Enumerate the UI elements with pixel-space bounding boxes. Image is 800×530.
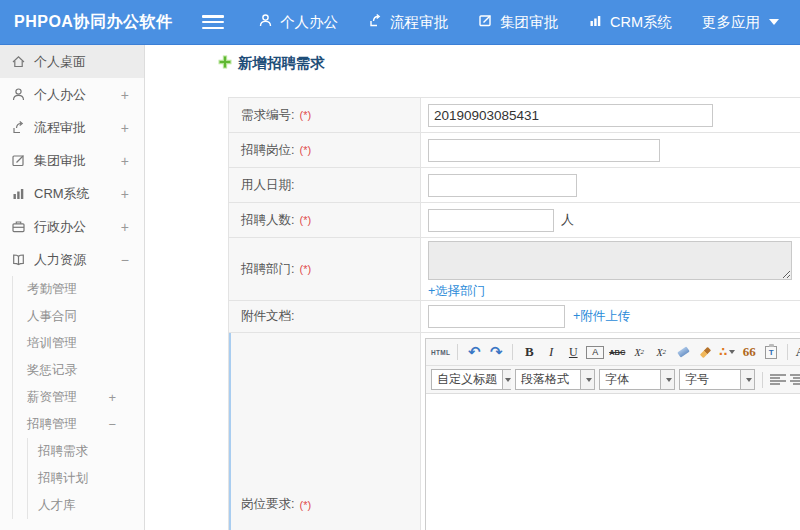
sidebar-item-training-mgmt[interactable]: 培训管理 bbox=[13, 330, 144, 357]
eraser-icon[interactable] bbox=[674, 342, 692, 362]
nav-group-approval[interactable]: 集团审批 bbox=[478, 13, 558, 32]
collapse-minus-icon[interactable]: − bbox=[121, 252, 129, 268]
font-family-dropdown[interactable]: 字体 bbox=[599, 369, 675, 390]
sidebar-item-hr-contract[interactable]: 人事合同 bbox=[13, 303, 144, 330]
open-book-icon bbox=[11, 252, 26, 267]
form-row-request-number: 需求编号: (*) bbox=[229, 98, 800, 133]
undo-icon[interactable]: ↶ bbox=[465, 342, 483, 362]
sidebar-item-recruit-plan[interactable]: 招聘计划 bbox=[28, 465, 144, 492]
strikethrough-button[interactable]: ABC bbox=[608, 342, 626, 362]
custom-title-dropdown[interactable]: 自定义标题 bbox=[431, 369, 511, 390]
sidebar-label: 人力资源 bbox=[34, 251, 86, 269]
sidebar: 个人桌面 个人办公 + 流程审批 + 集团审批 + CRM系统 + bbox=[0, 45, 145, 530]
department-textarea[interactable] bbox=[428, 241, 792, 280]
sidebar-label: 行政办公 bbox=[34, 218, 86, 236]
field-label: 招聘人数: (*) bbox=[229, 203, 421, 237]
sidebar-item-recruitment-mgmt[interactable]: 招聘管理 − bbox=[13, 411, 144, 438]
nav-label: 个人办公 bbox=[280, 13, 338, 32]
format-brush-icon[interactable] bbox=[696, 342, 714, 362]
bold-button[interactable]: B bbox=[520, 342, 538, 362]
edit-icon bbox=[478, 13, 493, 31]
font-color-button[interactable]: A bbox=[795, 342, 800, 362]
sidebar-sublabel: 薪资管理 bbox=[27, 389, 77, 406]
field-label: 招聘部门: (*) bbox=[229, 238, 421, 300]
sidebar-item-reward-punishment[interactable]: 奖惩记录 bbox=[13, 357, 144, 384]
sidebar-sublabel: 招聘管理 bbox=[27, 416, 77, 433]
chevron-down-icon bbox=[580, 370, 594, 389]
main-content: 新增招聘需求 需求编号: (*) 招聘岗位: (*) 用人日期: bbox=[146, 45, 800, 530]
paste-text-icon[interactable]: T bbox=[762, 342, 780, 362]
position-input[interactable] bbox=[428, 139, 660, 162]
sidebar-item-salary-mgmt[interactable]: 薪资管理 + bbox=[13, 384, 144, 411]
align-center-icon[interactable] bbox=[790, 374, 800, 386]
font-size-dropdown[interactable]: 字号 bbox=[679, 369, 755, 390]
italic-button[interactable]: I bbox=[542, 342, 560, 362]
chevron-down-icon bbox=[660, 370, 674, 389]
form-row-job-requirements: 岗位要求: (*) HTML ↶ ↷ B I U A ABC bbox=[229, 333, 800, 530]
sidebar-item-workflow-approval[interactable]: 流程审批 + bbox=[0, 111, 144, 144]
choose-department-link[interactable]: +选择部门 bbox=[428, 283, 485, 300]
collapse-minus-icon[interactable]: − bbox=[108, 417, 116, 432]
underline-button[interactable]: U bbox=[564, 342, 582, 362]
paragraph-format-dropdown[interactable]: 段落格式 bbox=[515, 369, 595, 390]
subscript-button[interactable]: X2 bbox=[652, 342, 670, 362]
required-marker: (*) bbox=[299, 499, 311, 511]
edit-icon bbox=[11, 153, 26, 168]
expand-plus-icon[interactable]: + bbox=[121, 219, 129, 235]
expand-plus-icon[interactable]: + bbox=[121, 186, 129, 202]
unit-suffix: 人 bbox=[561, 211, 574, 229]
sidebar-item-personal-office[interactable]: 个人办公 + bbox=[0, 78, 144, 111]
field-label: 岗位要求: (*) bbox=[229, 333, 421, 530]
attachment-input[interactable] bbox=[428, 305, 565, 328]
hire-date-input[interactable] bbox=[428, 174, 577, 197]
user-icon bbox=[258, 13, 273, 31]
plus-green-icon bbox=[218, 55, 232, 73]
expand-plus-icon[interactable]: + bbox=[121, 120, 129, 136]
sidebar-label: CRM系统 bbox=[34, 185, 90, 203]
flow-arrow-icon bbox=[11, 120, 26, 135]
sidebar-sublabel: 奖惩记录 bbox=[27, 362, 77, 379]
expand-plus-icon[interactable]: + bbox=[121, 153, 129, 169]
html-source-button[interactable]: HTML bbox=[431, 342, 450, 362]
nav-crm-system[interactable]: CRM系统 bbox=[588, 13, 672, 32]
form-row-headcount: 招聘人数: (*) 人 bbox=[229, 203, 800, 238]
request-number-input[interactable] bbox=[428, 104, 713, 127]
align-left-icon[interactable] bbox=[770, 374, 786, 386]
chevron-down-icon bbox=[740, 370, 754, 389]
superscript-button[interactable]: X2 bbox=[630, 342, 648, 362]
field-label: 用人日期: bbox=[229, 168, 421, 202]
field-label: 需求编号: (*) bbox=[229, 98, 421, 132]
nav-personal-office[interactable]: 个人办公 bbox=[258, 13, 338, 32]
sidebar-item-human-resources[interactable]: 人力资源 − bbox=[0, 243, 144, 276]
nav-workflow-approval[interactable]: 流程审批 bbox=[368, 13, 448, 32]
hamburger-menu-icon[interactable] bbox=[202, 15, 224, 29]
sidebar-item-attendance-mgmt[interactable]: 考勤管理 bbox=[13, 276, 144, 303]
sidebar-item-group-approval[interactable]: 集团审批 + bbox=[0, 144, 144, 177]
editor-content-area[interactable] bbox=[426, 393, 800, 530]
hr-submenu: 考勤管理 人事合同 培训管理 奖惩记录 薪资管理 + 招聘管理 − 招聘需求 招… bbox=[12, 276, 144, 519]
highlight-color-icon[interactable]: ∴ bbox=[718, 342, 736, 362]
blockquote-button[interactable]: 66 bbox=[740, 342, 758, 362]
headcount-input[interactable] bbox=[428, 209, 554, 232]
sidebar-label: 个人桌面 bbox=[34, 53, 86, 71]
expand-plus-icon[interactable]: + bbox=[121, 87, 129, 103]
form-row-position: 招聘岗位: (*) bbox=[229, 133, 800, 168]
autotypeset-button[interactable]: A bbox=[586, 346, 604, 359]
flow-arrow-icon bbox=[368, 13, 383, 31]
sidebar-item-personal-desktop[interactable]: 个人桌面 bbox=[0, 45, 144, 78]
expand-plus-icon[interactable]: + bbox=[108, 390, 116, 405]
recruitment-request-form: 需求编号: (*) 招聘岗位: (*) 用人日期: bbox=[228, 97, 800, 530]
page-title-text: 新增招聘需求 bbox=[238, 54, 325, 73]
user-icon bbox=[11, 87, 26, 102]
bar-chart-icon bbox=[588, 13, 603, 31]
field-label: 附件文档: bbox=[229, 301, 421, 332]
nav-more-apps[interactable]: 更多应用 bbox=[702, 13, 779, 32]
form-row-department: 招聘部门: (*) +选择部门 bbox=[229, 238, 800, 301]
redo-icon[interactable]: ↷ bbox=[487, 342, 505, 362]
sidebar-item-recruit-request[interactable]: 招聘需求 bbox=[28, 438, 144, 465]
sidebar-item-admin-office[interactable]: 行政办公 + bbox=[0, 210, 144, 243]
attachment-upload-link[interactable]: +附件上传 bbox=[573, 308, 630, 325]
sidebar-item-crm-system[interactable]: CRM系统 + bbox=[0, 177, 144, 210]
sidebar-sublabel: 招聘需求 bbox=[38, 443, 88, 460]
sidebar-item-talent-pool[interactable]: 人才库 bbox=[28, 492, 144, 519]
